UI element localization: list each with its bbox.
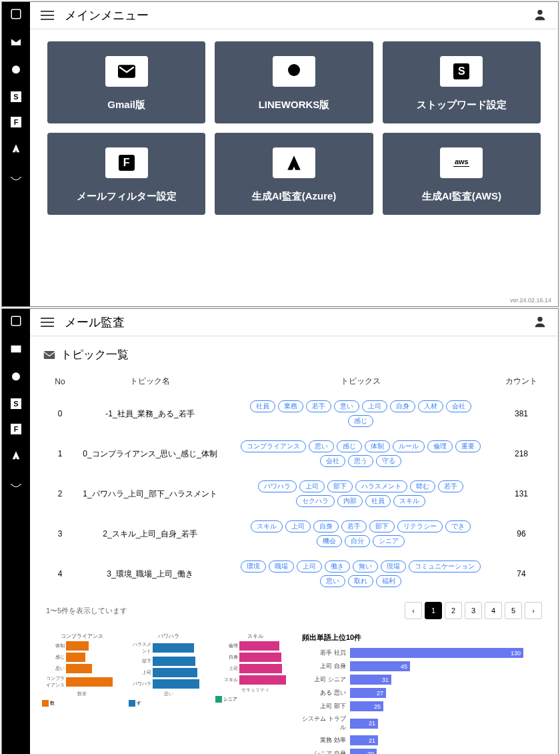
cell-name: 3_環境_職場_上司_働き: [77, 554, 223, 594]
mail-icon[interactable]: [9, 35, 23, 49]
s-icon[interactable]: S: [11, 91, 21, 102]
aws-icon[interactable]: [9, 170, 23, 183]
topic-tag[interactable]: 重要: [455, 440, 481, 452]
page-1[interactable]: 1: [425, 602, 442, 619]
table-row[interactable]: 43_環境_職場_上司_働き環境職場上司働き無い現場コミュニケーション思い取れ福…: [43, 554, 545, 594]
topic-tag[interactable]: 倫理: [427, 440, 453, 452]
topic-tag[interactable]: リテラシー: [397, 520, 443, 532]
topic-tag[interactable]: 無い: [353, 560, 378, 573]
topic-tag[interactable]: 上司: [362, 400, 387, 412]
topic-tag[interactable]: 感じ: [337, 440, 362, 452]
menu-card-1[interactable]: LINEWORKS版: [215, 41, 373, 123]
table-row[interactable]: 32_スキル_上司_自身_若手スキル上司自身若手部下リテラシーでき機会自分シニア…: [43, 514, 545, 554]
topic-tag[interactable]: 意い: [334, 400, 359, 412]
topic-tag[interactable]: 業務: [278, 400, 303, 412]
page-4[interactable]: 4: [485, 602, 502, 619]
azure-icon[interactable]: [9, 142, 23, 155]
topic-tag[interactable]: ルール: [393, 440, 425, 452]
topic-tag[interactable]: スキル: [393, 495, 425, 507]
table-row[interactable]: 0-1_社員_業務_ある_若手社員業務若手意い上司自身人材会社感じ381: [43, 394, 545, 434]
page-2[interactable]: 2: [445, 602, 462, 619]
page-3[interactable]: 3: [465, 602, 482, 619]
topic-tag[interactable]: 思い: [320, 575, 345, 587]
chat-icon[interactable]: [9, 370, 23, 384]
topic-tag[interactable]: 上司: [285, 520, 311, 532]
menu-card-2[interactable]: Sストップワード設定: [383, 41, 541, 123]
mail-icon[interactable]: [9, 342, 23, 356]
topic-tag[interactable]: 若手: [341, 520, 367, 532]
topic-tag[interactable]: でき: [445, 520, 471, 532]
topic-tag[interactable]: シニア: [373, 535, 405, 547]
menu-icon[interactable]: [39, 7, 55, 23]
topic-tag[interactable]: 韓む: [410, 480, 435, 492]
topic-tag[interactable]: 若手: [306, 400, 331, 412]
s-icon[interactable]: S: [11, 398, 21, 409]
topic-tag[interactable]: 内部: [337, 495, 363, 507]
topic-tag[interactable]: 環境: [241, 560, 266, 573]
chart-title: パワハラ: [129, 633, 209, 640]
topic-tag[interactable]: 守る: [376, 455, 401, 467]
f-icon: F: [105, 147, 148, 178]
card-label: LINEWORKS版: [259, 99, 330, 111]
topic-tag[interactable]: 部下: [327, 480, 353, 492]
chart-xlabel: セキュリティ: [215, 687, 295, 693]
topic-tag[interactable]: 現場: [381, 560, 406, 573]
menu-icon[interactable]: [39, 314, 55, 330]
topic-tag[interactable]: セクハラ: [296, 495, 335, 507]
cell-name: 1_パワハラ_上司_部下_ハラスメント: [77, 474, 223, 514]
topic-tag[interactable]: 自身: [313, 520, 339, 532]
topic-tag[interactable]: 若手: [438, 480, 463, 492]
user-icon[interactable]: [533, 314, 549, 330]
table-row[interactable]: 21_パワハラ_上司_部下_ハラスメントパワハラ上司部下ハラスメント韓む若手セク…: [43, 474, 545, 514]
page-5[interactable]: 5: [505, 602, 522, 619]
page-prev[interactable]: ‹: [405, 602, 422, 619]
svg-point-7: [537, 317, 542, 322]
topic-tag[interactable]: 取れ: [348, 575, 373, 587]
topic-tag[interactable]: 上司: [299, 480, 325, 492]
topic-tag[interactable]: パワハラ: [258, 480, 297, 492]
topic-tag[interactable]: 社員: [250, 400, 275, 412]
bar-row: 上司 部下25: [302, 701, 546, 711]
cell-name: 0_コンプライアンス_思い_感じ_体制: [77, 434, 223, 474]
topic-tag[interactable]: 感じ: [348, 415, 373, 427]
topic-tag[interactable]: 部下: [369, 520, 395, 532]
chart-legend: シニア: [215, 696, 295, 703]
menu-card-3[interactable]: Fメールフィルター設定: [47, 133, 205, 215]
topic-tag[interactable]: コミュニケーション: [409, 560, 481, 573]
topic-tag[interactable]: 社員: [365, 495, 391, 507]
topic-tag[interactable]: 人材: [418, 400, 443, 412]
topic-tag[interactable]: コンプライアンス: [241, 440, 306, 452]
menu-card-0[interactable]: Gmail版: [47, 41, 205, 123]
svg-point-1: [12, 65, 20, 73]
topic-tag[interactable]: 会社: [320, 455, 345, 467]
topic-tag[interactable]: 会社: [446, 400, 471, 412]
page-next[interactable]: ›: [525, 602, 542, 619]
dashboard-icon[interactable]: [9, 314, 23, 328]
topic-tag[interactable]: 思い: [309, 440, 334, 452]
topic-tag[interactable]: 福利: [376, 575, 401, 587]
chat-icon[interactable]: [9, 63, 23, 77]
topic-tag[interactable]: 自分: [345, 535, 370, 547]
f-icon[interactable]: F: [11, 117, 21, 127]
topic-tag[interactable]: 機会: [317, 535, 342, 547]
topic-tag[interactable]: 体制: [365, 440, 390, 452]
menu-card-4[interactable]: 生成AI監査(Azure): [215, 133, 373, 215]
svg-rect-5: [11, 316, 21, 326]
topic-tag[interactable]: ハラスメント: [355, 480, 407, 492]
topic-tag[interactable]: スキル: [251, 520, 283, 532]
aws-icon[interactable]: [9, 477, 23, 490]
topic-tag[interactable]: 職場: [269, 560, 294, 573]
mini-chart-0: コンプライアンス体制感じ思いコンプライアンス数量数: [42, 633, 122, 707]
topic-tag[interactable]: 自身: [390, 400, 415, 412]
mini-chart-2: スキル倫理自身上司スキルセキュリティシニア: [215, 633, 295, 703]
dashboard-icon[interactable]: [9, 7, 23, 21]
chart-legend: す: [129, 700, 209, 707]
user-icon[interactable]: [533, 7, 549, 23]
table-row[interactable]: 10_コンプライアンス_思い_感じ_体制コンプライアンス思い感じ体制ルール倫理重…: [43, 434, 545, 474]
topic-tag[interactable]: 働き: [325, 560, 350, 573]
topic-tag[interactable]: 上司: [297, 560, 322, 573]
f-icon[interactable]: F: [11, 424, 21, 434]
azure-icon[interactable]: [9, 449, 23, 462]
menu-card-5[interactable]: aws生成AI監査(AWS): [383, 133, 541, 215]
topic-tag[interactable]: 思う: [348, 455, 373, 467]
